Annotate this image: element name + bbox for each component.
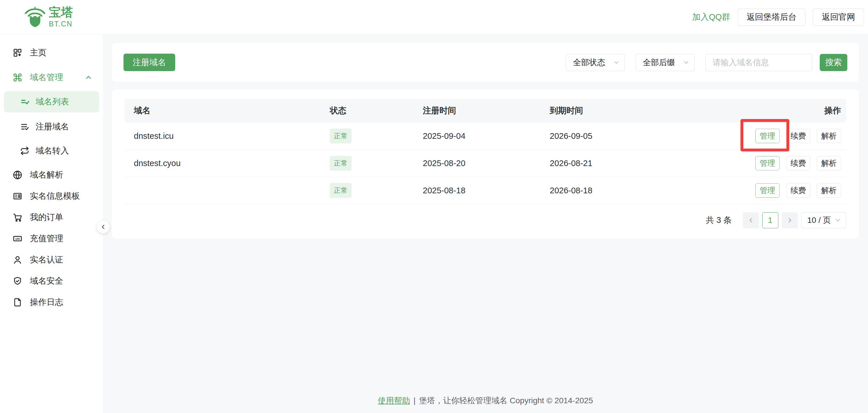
- domain-cell: dnstest.cyou: [134, 159, 181, 168]
- sidebar: 主页 域名管理 域名列表: [0, 34, 103, 413]
- sidebar-item-label: 我的订单: [30, 212, 63, 223]
- status-badge: 正常: [330, 129, 351, 143]
- join-qq-link[interactable]: 加入QQ群: [692, 11, 730, 23]
- cart-icon: [13, 212, 22, 222]
- filters: 全部状态 全部后缀 搜索: [566, 54, 847, 71]
- sidebar-item-operation-log[interactable]: 操作日志: [0, 294, 103, 311]
- chevron-right-icon: [786, 216, 794, 224]
- chevron-left-icon: [100, 223, 106, 230]
- brand-subtitle: BT.CN: [49, 20, 73, 28]
- status-badge: 正常: [330, 156, 351, 171]
- table-row: 正常 2025-08-18 2026-08-18 管理 续费 解析: [125, 177, 846, 204]
- column-header-registered: 注册时间: [423, 105, 550, 116]
- page: 宝塔 BT.CN 加入QQ群 返回堡塔后台 返回官网 主页: [0, 0, 868, 413]
- sidebar-item-dns-resolution[interactable]: 域名解析: [0, 166, 103, 183]
- svg-text:100: 100: [15, 237, 20, 240]
- expiry-date: 2026-08-21: [550, 159, 732, 168]
- resolve-button[interactable]: 解析: [817, 156, 841, 170]
- manage-button[interactable]: 管理: [755, 183, 779, 198]
- renew-button[interactable]: 续费: [786, 156, 810, 170]
- sidebar-item-domain-list[interactable]: 域名列表: [4, 91, 99, 112]
- pagination: 共 3 条 1 10 / 页: [125, 212, 846, 228]
- sidebar-item-label: 操作日志: [30, 297, 63, 308]
- renew-button[interactable]: 续费: [786, 129, 810, 143]
- footer: 使用帮助 | 堡塔，让你轻松管理域名 Copyright © 2014-2025: [112, 388, 859, 413]
- globe-icon: [13, 170, 22, 180]
- sidebar-item-recharge[interactable]: 100 充值管理: [0, 230, 103, 247]
- table-row: dnstest.cyou 正常 2025-08-20 2026-08-21 管理…: [125, 150, 846, 177]
- sidebar-item-home[interactable]: 主页: [0, 44, 103, 61]
- table-header-row: 域名 状态 注册时间 到期时间 操作: [125, 99, 846, 123]
- column-header-expires: 到期时间: [550, 105, 732, 116]
- expiry-date: 2026-09-05: [550, 131, 732, 141]
- sidebar-item-my-orders[interactable]: 我的订单: [0, 209, 103, 226]
- content-shell: 主页 域名管理 域名列表: [0, 34, 868, 413]
- table-row: dnstest.icu 正常 2025-09-04 2026-09-05 管理 …: [125, 123, 846, 150]
- list-check-icon: [20, 122, 29, 131]
- help-link[interactable]: 使用帮助: [378, 395, 410, 406]
- brand-title: 宝塔: [49, 6, 73, 19]
- pagination-prev-button[interactable]: [743, 212, 759, 228]
- home-grid-icon: [13, 48, 22, 58]
- back-to-panel-button[interactable]: 返回堡塔后台: [738, 9, 805, 26]
- chevron-down-icon: [683, 59, 690, 66]
- sidebar-item-label: 域名管理: [30, 72, 63, 83]
- sidebar-item-domain-security[interactable]: 域名安全: [0, 272, 103, 290]
- footer-separator: |: [413, 396, 415, 405]
- renew-button[interactable]: 续费: [786, 183, 810, 198]
- status-filter-select[interactable]: 全部状态: [566, 54, 625, 71]
- registered-date: 2025-09-04: [423, 131, 550, 141]
- suffix-filter-select[interactable]: 全部后缀: [636, 54, 694, 71]
- sidebar-item-realname-template[interactable]: 实名信息模板: [0, 187, 103, 205]
- id-template-icon: [13, 191, 22, 201]
- column-header-status: 状态: [330, 105, 423, 116]
- page-size-value: 10 / 页: [807, 215, 831, 226]
- sidebar-item-register-domain[interactable]: 注册域名: [0, 118, 103, 135]
- manage-button[interactable]: 管理: [755, 129, 779, 143]
- sidebar-item-realname-verify[interactable]: 实名认证: [0, 251, 103, 269]
- resolve-button[interactable]: 解析: [817, 129, 841, 143]
- chevron-down-icon: [613, 59, 620, 66]
- sidebar-item-label: 域名解析: [30, 169, 63, 181]
- sidebar-item-label: 域名安全: [30, 275, 63, 287]
- sidebar-item-domain-management[interactable]: 域名管理: [0, 69, 103, 86]
- pagination-next-button[interactable]: [782, 212, 798, 228]
- main-content: 注册域名 全部状态 全部后缀 搜索: [103, 34, 868, 413]
- domain-cell: dnstest.icu: [134, 131, 174, 141]
- resolve-button[interactable]: 解析: [817, 183, 841, 198]
- registered-date: 2025-08-20: [423, 159, 550, 168]
- footer-copyright: 堡塔，让你轻松管理域名 Copyright © 2014-2025: [419, 395, 593, 406]
- domain-table-card: 域名 状态 注册时间 到期时间 操作 dnstest.icu 正常 2025-0…: [112, 89, 859, 239]
- sidebar-item-label: 域名列表: [36, 96, 69, 108]
- column-header-domain: 域名: [125, 105, 330, 116]
- chevron-up-icon: [84, 73, 93, 81]
- brand-logo[interactable]: 宝塔 BT.CN: [22, 5, 73, 30]
- banknote-icon: 100: [13, 234, 22, 243]
- page-size-select[interactable]: 10 / 页: [801, 212, 846, 228]
- command-icon: [13, 73, 22, 82]
- registered-date: 2025-08-18: [423, 186, 550, 195]
- topbar-actions: 加入QQ群 返回堡塔后台 返回官网: [692, 9, 864, 26]
- sidebar-item-label: 主页: [30, 47, 46, 59]
- sidebar-collapse-button[interactable]: [96, 220, 110, 234]
- back-to-site-button[interactable]: 返回官网: [813, 9, 864, 26]
- pagination-page-1[interactable]: 1: [762, 212, 778, 228]
- sidebar-item-label: 域名转入: [36, 145, 69, 157]
- pagoda-shield-logo-icon: [22, 5, 48, 30]
- expiry-date: 2026-08-18: [550, 186, 732, 195]
- repeat-icon: [20, 146, 29, 156]
- search-button[interactable]: 搜索: [820, 54, 847, 71]
- status-filter-value: 全部状态: [573, 57, 605, 68]
- sidebar-item-domain-transfer[interactable]: 域名转入: [0, 142, 103, 160]
- suffix-filter-value: 全部后缀: [643, 57, 675, 68]
- toolbar-card: 注册域名 全部状态 全部后缀 搜索: [112, 43, 859, 82]
- register-domain-button[interactable]: 注册域名: [124, 54, 175, 71]
- file-icon: [13, 298, 22, 307]
- list-check-icon: [20, 97, 29, 106]
- status-badge: 正常: [330, 183, 351, 198]
- user-icon: [13, 255, 22, 265]
- domain-search-input[interactable]: [706, 54, 812, 71]
- sidebar-item-label: 实名信息模板: [30, 191, 80, 202]
- sidebar-item-label: 实名认证: [30, 254, 63, 266]
- manage-button[interactable]: 管理: [755, 156, 779, 170]
